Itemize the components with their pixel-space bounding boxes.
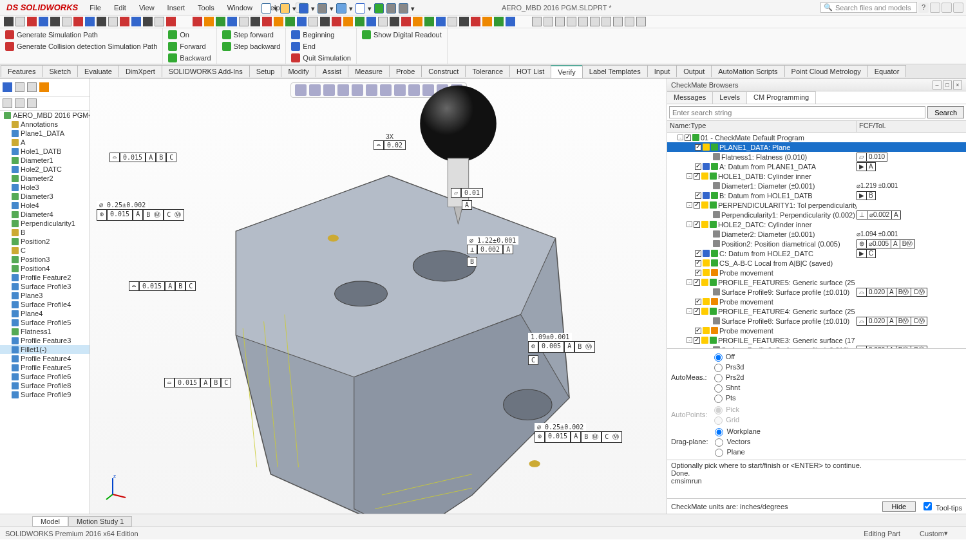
close-icon[interactable] [953, 3, 963, 13]
expand-icon[interactable]: - [677, 135, 683, 140]
expand-icon[interactable]: - [687, 337, 692, 343]
radio-pts[interactable]: Pts [711, 393, 744, 403]
tab-output[interactable]: Output [676, 65, 712, 77]
strip-icon[interactable] [143, 17, 153, 26]
sim-end-button[interactable]: End [290, 41, 352, 51]
display-icon[interactable] [27, 98, 37, 108]
strip-icon[interactable] [448, 17, 457, 26]
program-row[interactable]: Surface Profile8: Surface profile (±0.01… [667, 316, 966, 326]
radio-workplane[interactable]: Workplane [712, 426, 760, 436]
tree-item[interactable]: Hole1_DATB [0, 147, 90, 156]
strip-icon[interactable] [544, 17, 553, 26]
help-icon[interactable]: ? [918, 3, 929, 13]
strip-icon[interactable] [4, 17, 14, 26]
tab-dimxpert[interactable]: DimXpert [118, 65, 162, 77]
tree-item[interactable]: Surface Profile5 [0, 318, 90, 327]
radio-plane[interactable]: Plane [712, 447, 760, 457]
expand-icon[interactable]: - [687, 279, 692, 285]
options-icon[interactable] [386, 3, 396, 14]
strip-icon[interactable] [332, 17, 341, 26]
strip-icon[interactable] [193, 17, 202, 26]
row-checkbox[interactable] [694, 202, 700, 209]
step-forward-button[interactable]: Step forward [221, 30, 282, 40]
new-doc-icon[interactable] [261, 3, 271, 14]
save-icon[interactable] [299, 3, 308, 14]
tree-item[interactable]: Surface Profile6 [0, 372, 90, 381]
col-name-type[interactable]: Name:Type [667, 121, 857, 132]
tree-tab-icon[interactable] [39, 82, 49, 92]
strip-icon[interactable] [166, 17, 176, 26]
strip-icon[interactable] [39, 17, 48, 26]
tree-item[interactable]: Diameter4 [0, 210, 90, 219]
program-row[interactable]: Diameter1: Diameter (±0.001)⌀1.219 ±0.00… [667, 181, 966, 191]
display-icon[interactable] [15, 98, 24, 108]
row-checkbox[interactable] [695, 270, 701, 276]
tree-item[interactable]: Position3 [0, 255, 90, 264]
tree-item[interactable]: Diameter2 [0, 174, 90, 183]
row-checkbox[interactable] [695, 328, 701, 334]
tree-item[interactable]: Annotations [0, 120, 90, 129]
program-row[interactable]: B: Datum from HOLE1_DATB▶B [667, 191, 966, 200]
tab-features[interactable]: Features [1, 65, 43, 77]
program-row[interactable]: Position2: Position diametrical (0.005)⊕… [667, 239, 966, 248]
program-row[interactable]: CS_A-B-C Local from A|B|C (saved) [667, 258, 966, 268]
tab-tolerance[interactable]: Tolerance [465, 65, 510, 77]
program-row[interactable]: A: Datum from PLANE1_DATA▶A [667, 162, 966, 171]
tree-item[interactable]: A [0, 138, 90, 147]
program-row[interactable]: -PROFILE_FEATURE3: Generic surface (17 p… [667, 335, 966, 345]
tree-item[interactable]: Profile Feature4 [0, 354, 90, 363]
strip-icon[interactable] [120, 17, 129, 26]
strip-icon[interactable] [216, 17, 225, 26]
digital-readout-button[interactable]: Show Digital Readout [361, 30, 443, 40]
program-row[interactable]: Probe movement [667, 326, 966, 335]
program-row[interactable]: Flatness1: Flatness (0.010)▱0.010 [667, 152, 966, 162]
tab-input[interactable]: Input [647, 65, 677, 77]
tab-hot-list[interactable]: HOT List [509, 65, 551, 77]
program-row[interactable]: Probe movement [667, 268, 966, 277]
row-checkbox[interactable] [695, 299, 701, 305]
expand-icon[interactable]: - [687, 221, 692, 227]
search-button[interactable]: Search [927, 106, 964, 118]
row-checkbox[interactable] [694, 279, 700, 286]
program-row[interactable]: -01 - CheckMate Default Program [667, 133, 966, 142]
step-backward-button[interactable]: Step backward [221, 41, 282, 51]
strip-icon[interactable] [378, 17, 388, 26]
tree-item[interactable]: Profile Feature2 [0, 273, 90, 282]
strip-icon[interactable] [15, 17, 25, 26]
program-row[interactable]: -PROFILE_FEATURE4: Generic surface (25 p… [667, 306, 966, 316]
tree-tab-icon[interactable] [27, 82, 37, 92]
strip-icon[interactable] [366, 17, 376, 26]
tree-item[interactable]: Diameter3 [0, 192, 90, 201]
strip-icon[interactable] [131, 17, 141, 26]
program-row[interactable]: Diameter2: Diameter (±0.001)⌀1.094 ±0.00… [667, 229, 966, 239]
program-row[interactable]: Probe movement [667, 297, 966, 306]
panel-tab[interactable]: Levels [712, 91, 747, 104]
rebuild-icon[interactable] [374, 3, 384, 14]
tree-item[interactable]: Fillet1(-) [0, 345, 90, 354]
strip-icon[interactable] [97, 17, 106, 26]
search-files-input[interactable]: 🔍 Search files and models [820, 2, 917, 13]
strip-icon[interactable] [108, 17, 118, 26]
tab-setup[interactable]: Setup [249, 65, 282, 77]
sim-backward-button[interactable]: Backward [167, 53, 212, 63]
strip-icon[interactable] [494, 17, 504, 26]
menu-view[interactable]: View [133, 2, 161, 14]
strip-icon[interactable] [343, 17, 353, 26]
row-checkbox[interactable] [694, 308, 700, 315]
tab-assist[interactable]: Assist [316, 65, 348, 77]
settings-icon[interactable] [399, 3, 408, 14]
strip-icon[interactable] [239, 17, 249, 26]
open-icon[interactable] [280, 3, 290, 14]
select-icon[interactable] [355, 3, 365, 14]
tab-verify[interactable]: Verify [551, 65, 583, 78]
maximize-icon[interactable] [942, 3, 952, 13]
strip-icon[interactable] [471, 17, 480, 26]
tab-solidworks-add-ins[interactable]: SOLIDWORKS Add-Ins [162, 65, 250, 77]
row-checkbox[interactable] [695, 250, 701, 257]
tooltips-checkbox[interactable]: Tool-tips [921, 500, 962, 512]
tree-item[interactable]: Surface Profile8 [0, 381, 90, 390]
gen-collision-button[interactable]: Generate Collision detection Simulation … [4, 41, 158, 51]
row-checkbox[interactable] [695, 192, 701, 199]
strip-icon[interactable] [285, 17, 295, 26]
strip-icon[interactable] [401, 17, 411, 26]
